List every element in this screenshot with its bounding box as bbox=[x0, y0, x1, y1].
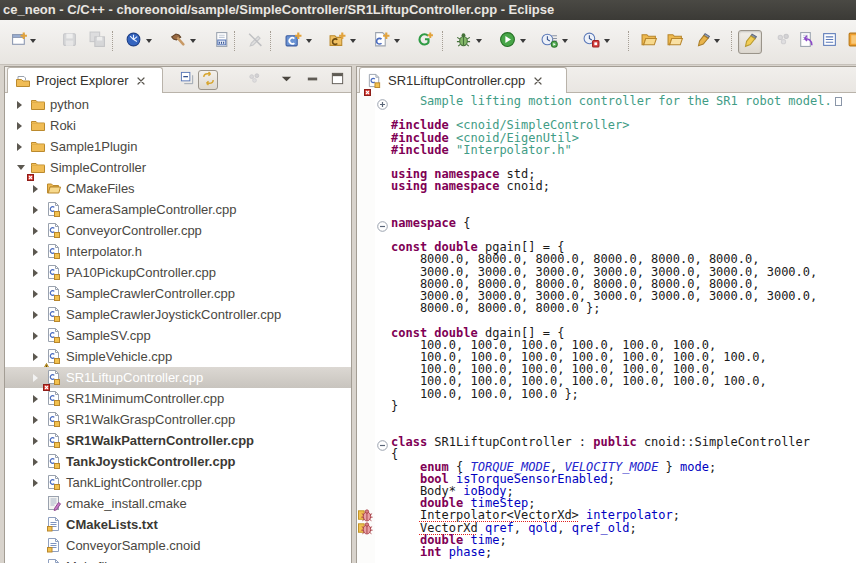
expand-arrow[interactable] bbox=[33, 185, 38, 193]
highlighter-button[interactable] bbox=[738, 30, 762, 54]
tree-item-samplecrawlerjoystickcontroller-cpp[interactable]: SampleCrawlerJoystickController.cpp bbox=[5, 304, 351, 325]
new-c-file-button[interactable] bbox=[370, 30, 392, 52]
profile-clock-button[interactable] bbox=[122, 30, 144, 52]
tree-item-sr1liftupcontroller-cpp[interactable]: SR1LiftupController.cpp bbox=[5, 367, 351, 388]
tree-item-conveyorsample-cnoid[interactable]: ConveyorSample.cnoid bbox=[5, 535, 351, 556]
new-c-project-dropdown-arrow[interactable] bbox=[306, 39, 312, 43]
tree-item-label: SampleSV.cpp bbox=[66, 325, 151, 346]
run-history-icon bbox=[541, 31, 558, 52]
tree-item-sample1plugin[interactable]: Sample1Plugin bbox=[5, 136, 351, 157]
tree-item-cmake-install-cmake[interactable]: cmake_install.cmake bbox=[5, 493, 351, 514]
debug-bug-dropdown-arrow[interactable] bbox=[476, 39, 482, 43]
tree-item-pa10pickupcontroller-cpp[interactable]: PA10PickupController.cpp bbox=[5, 262, 351, 283]
expand-arrow[interactable] bbox=[33, 290, 38, 298]
tree-item-cmakelists-txt[interactable]: CMakeLists.txt bbox=[5, 514, 351, 535]
expand-arrow[interactable] bbox=[33, 332, 38, 340]
toolbar-separator bbox=[731, 31, 732, 51]
tree-item-samplecrawlercontroller-cpp[interactable]: SampleCrawlerController.cpp bbox=[5, 283, 351, 304]
expand-arrow[interactable] bbox=[33, 437, 38, 445]
new-c-file-dropdown-arrow[interactable] bbox=[394, 39, 400, 43]
marker-pen-dropdown-arrow[interactable] bbox=[714, 39, 720, 43]
expand-arrow[interactable] bbox=[33, 227, 38, 235]
code-line: } bbox=[391, 400, 842, 412]
fold-expand-icon[interactable] bbox=[377, 96, 388, 107]
tree-item-interpolator-h[interactable]: Interpolator.h bbox=[5, 241, 351, 262]
tab-sr1liftupcontroller[interactable]: SR1LiftupController.cpp bbox=[359, 67, 567, 93]
tree-item-simplevehicle-cpp[interactable]: SimpleVehicle.cpp bbox=[5, 346, 351, 367]
expand-arrow[interactable] bbox=[33, 416, 38, 424]
tree-item-simplecontroller[interactable]: SimpleController bbox=[5, 157, 351, 178]
binary-file-button[interactable] bbox=[210, 30, 232, 52]
tab-project-explorer[interactable]: Project Explorer bbox=[7, 67, 163, 93]
expand-arrow[interactable] bbox=[17, 101, 22, 109]
binary-file-icon bbox=[213, 31, 230, 52]
folder-icon bbox=[30, 138, 46, 154]
debug-bug-button[interactable] bbox=[452, 30, 474, 52]
new-wizard-dropdown-arrow[interactable] bbox=[30, 39, 36, 43]
tree-item-samplesv-cpp[interactable]: SampleSV.cpp bbox=[5, 325, 351, 346]
close-icon[interactable] bbox=[532, 75, 544, 87]
expand-arrow[interactable] bbox=[33, 374, 38, 382]
expand-arrow[interactable] bbox=[33, 269, 38, 277]
expand-arrow[interactable] bbox=[33, 206, 38, 214]
expand-arrow[interactable] bbox=[17, 143, 22, 151]
expand-arrow[interactable] bbox=[17, 165, 25, 170]
tree-item-label: CameraSampleController.cpp bbox=[66, 199, 237, 220]
g-plus-button[interactable] bbox=[414, 30, 436, 52]
new-wizard-button[interactable] bbox=[8, 30, 30, 52]
folder-open-icon bbox=[46, 180, 62, 196]
fold-collapse-icon[interactable] bbox=[377, 218, 388, 229]
code-editor[interactable]: Sample lifting motion controller for the… bbox=[357, 93, 856, 563]
view-menu-button[interactable] bbox=[276, 70, 296, 90]
new-c-folder-dropdown-arrow[interactable] bbox=[350, 39, 356, 43]
collapse-all-button[interactable] bbox=[177, 70, 197, 90]
tree-item-cmakefiles[interactable]: CMakeFiles bbox=[5, 178, 351, 199]
expand-arrow[interactable] bbox=[33, 458, 38, 466]
tree-item-label: Sample1Plugin bbox=[50, 136, 137, 157]
tree-item-tankjoystickcontroller-cpp[interactable]: TankJoystickController.cpp bbox=[5, 451, 351, 472]
marker-pen-button[interactable] bbox=[692, 30, 714, 52]
tree-item-conveyorcontroller-cpp[interactable]: ConveyorController.cpp bbox=[5, 220, 351, 241]
fold-collapse-icon[interactable] bbox=[377, 437, 388, 448]
last-edit-button[interactable] bbox=[794, 30, 816, 52]
tree-item-sr1walkgraspcontroller-cpp[interactable]: SR1WalkGraspController.cpp bbox=[5, 409, 351, 430]
open-folder-button[interactable] bbox=[638, 30, 660, 52]
build-hammer-button[interactable] bbox=[166, 30, 188, 52]
expand-arrow[interactable] bbox=[33, 395, 38, 403]
terminate-button[interactable] bbox=[580, 30, 602, 52]
tree-item-tanklightcontroller-cpp[interactable]: TankLightController.cpp bbox=[5, 472, 351, 493]
link-editor-button[interactable] bbox=[198, 70, 218, 90]
clipped-button[interactable] bbox=[844, 30, 856, 52]
link-editor-icon bbox=[201, 71, 216, 90]
outline-list-button[interactable] bbox=[818, 30, 840, 52]
new-c-project-button[interactable] bbox=[282, 30, 304, 52]
expand-arrow[interactable] bbox=[33, 353, 38, 361]
terminate-dropdown-arrow[interactable] bbox=[604, 39, 610, 43]
expand-arrow[interactable] bbox=[33, 479, 38, 487]
tree-item-makefile[interactable]: Makefile bbox=[5, 556, 351, 563]
expand-arrow[interactable] bbox=[33, 311, 38, 319]
expand-arrow[interactable] bbox=[33, 248, 38, 256]
build-hammer-dropdown-arrow[interactable] bbox=[190, 39, 196, 43]
minimize-button[interactable] bbox=[302, 70, 322, 90]
new-c-folder-button[interactable] bbox=[326, 30, 348, 52]
tree-item-sr1walkpatterncontroller-cpp[interactable]: SR1WalkPatternController.cpp bbox=[5, 430, 351, 451]
run-history-dropdown-arrow[interactable] bbox=[562, 39, 568, 43]
close-icon[interactable] bbox=[135, 75, 147, 87]
tree-item-roki[interactable]: Roki bbox=[5, 115, 351, 136]
expand-arrow[interactable] bbox=[17, 122, 22, 130]
dots-button bbox=[244, 70, 264, 90]
open-folder2-button[interactable] bbox=[664, 30, 686, 52]
toolbar-separator bbox=[112, 31, 113, 51]
tree-item-sr1minimumcontroller-cpp[interactable]: SR1MinimumController.cpp bbox=[5, 388, 351, 409]
tree-item-python[interactable]: python bbox=[5, 94, 351, 115]
maximize-button[interactable] bbox=[327, 70, 347, 90]
toolbar-separator bbox=[270, 31, 271, 51]
run-history-button[interactable] bbox=[538, 30, 560, 52]
run-dropdown-arrow[interactable] bbox=[520, 39, 526, 43]
save-all-icon bbox=[89, 31, 106, 52]
tree-item-label: cmake_install.cmake bbox=[66, 493, 187, 514]
tree-item-camerasamplecontroller-cpp[interactable]: CameraSampleController.cpp bbox=[5, 199, 351, 220]
profile-clock-dropdown-arrow[interactable] bbox=[146, 39, 152, 43]
run-button[interactable] bbox=[496, 30, 518, 52]
